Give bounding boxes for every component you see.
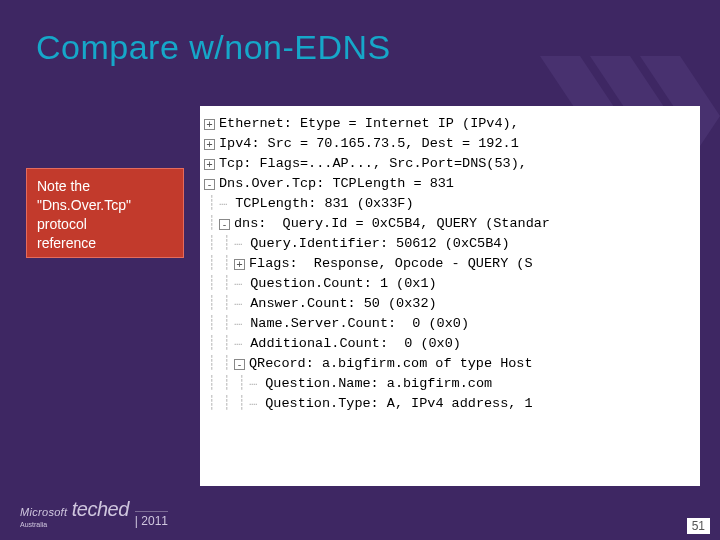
tree-row-text: Answer.Count: 50 (0x32) [250, 294, 436, 314]
tree-branch-icon: ┈ [234, 334, 250, 354]
tree-row: +Ethernet: Etype = Internet IP (IPv4), [204, 114, 696, 134]
tree-row: -Dns.Over.Tcp: TCPLength = 831 [204, 174, 696, 194]
tree-row: ┊┊+Flags: Response, Opcode - QUERY (S [204, 254, 696, 274]
expand-icon[interactable]: + [204, 139, 215, 150]
tree-row-text: QRecord: a.bigfirm.com of type Host [249, 354, 533, 374]
tree-row: ┊┊┈ Question.Count: 1 (0x1) [204, 274, 696, 294]
tree-branch-icon: ┈ [234, 314, 250, 334]
tree-row: ┊┊┈ Name.Server.Count: 0 (0x0) [204, 314, 696, 334]
tree-row: ┊┊-QRecord: a.bigfirm.com of type Host [204, 354, 696, 374]
microsoft-label: Microsoft [20, 506, 67, 518]
tree-row: ┊┊┈ Query.Identifier: 50612 (0xC5B4) [204, 234, 696, 254]
tree-row-text: Question.Name: a.bigfirm.com [265, 374, 492, 394]
expand-icon[interactable]: + [204, 119, 215, 130]
footer-logo: Microsoft teched Australia | 2011 [20, 498, 168, 528]
tree-row: ┊┈ TCPLength: 831 (0x33F) [204, 194, 696, 214]
tree-row: ┊┊┈ Additional.Count: 0 (0x0) [204, 334, 696, 354]
tree-row: ┊┊┈ Answer.Count: 50 (0x32) [204, 294, 696, 314]
tree-row-text: Flags: Response, Opcode - QUERY (S [249, 254, 533, 274]
collapse-icon[interactable]: - [219, 219, 230, 230]
callout-line: protocol [37, 215, 173, 234]
tree-row-text: Name.Server.Count: 0 (0x0) [250, 314, 469, 334]
tree-row-text: Question.Count: 1 (0x1) [250, 274, 436, 294]
slide-title: Compare w/non-EDNS [36, 28, 690, 67]
tree-branch-icon: ┈ [234, 294, 250, 314]
collapse-icon[interactable]: - [234, 359, 245, 370]
callout-box: Note the "Dns.Over.Tcp" protocol referen… [26, 168, 184, 258]
tree-branch-icon: ┈ [249, 374, 265, 394]
packet-capture-tree: +Ethernet: Etype = Internet IP (IPv4),+I… [200, 106, 700, 486]
tree-branch-icon: ┈ [249, 394, 265, 414]
tree-branch-icon: ┈ [234, 234, 250, 254]
tree-branch-icon: ┈ [234, 274, 250, 294]
tree-row-text: Dns.Over.Tcp: TCPLength = 831 [219, 174, 454, 194]
teched-logo-text: teched [72, 498, 129, 520]
tree-row-text: Additional.Count: 0 (0x0) [250, 334, 461, 354]
tree-row-text: Query.Identifier: 50612 (0xC5B4) [250, 234, 509, 254]
tree-row: +Tcp: Flags=...AP..., Src.Port=DNS(53), [204, 154, 696, 174]
slide: Compare w/non-EDNS Note the "Dns.Over.Tc… [0, 0, 720, 540]
expand-icon[interactable]: + [204, 159, 215, 170]
tree-row: +Ipv4: Src = 70.165.73.5, Dest = 192.1 [204, 134, 696, 154]
expand-icon[interactable]: + [234, 259, 245, 270]
tree-row-text: dns: Query.Id = 0xC5B4, QUERY (Standar [234, 214, 550, 234]
tree-row-text: Ethernet: Etype = Internet IP (IPv4), [219, 114, 519, 134]
year-label: | 2011 [135, 511, 168, 528]
tree-row: ┊┊┊┈ Question.Name: a.bigfirm.com [204, 374, 696, 394]
collapse-icon[interactable]: - [204, 179, 215, 190]
callout-line: reference [37, 234, 173, 253]
australia-label: Australia [20, 521, 129, 528]
tree-row-text: TCPLength: 831 (0x33F) [235, 194, 413, 214]
tree-row-text: Ipv4: Src = 70.165.73.5, Dest = 192.1 [219, 134, 519, 154]
tree-row-text: Question.Type: A, IPv4 address, 1 [265, 394, 532, 414]
tree-row: ┊┊┊┈ Question.Type: A, IPv4 address, 1 [204, 394, 696, 414]
tree-row-text: Tcp: Flags=...AP..., Src.Port=DNS(53), [219, 154, 527, 174]
tree-row: ┊-dns: Query.Id = 0xC5B4, QUERY (Standar [204, 214, 696, 234]
callout-line: Note the [37, 177, 173, 196]
tree-branch-icon: ┈ [219, 194, 235, 214]
page-number: 51 [687, 518, 710, 534]
callout-line: "Dns.Over.Tcp" [37, 196, 173, 215]
slide-content: Note the "Dns.Over.Tcp" protocol referen… [26, 106, 706, 486]
